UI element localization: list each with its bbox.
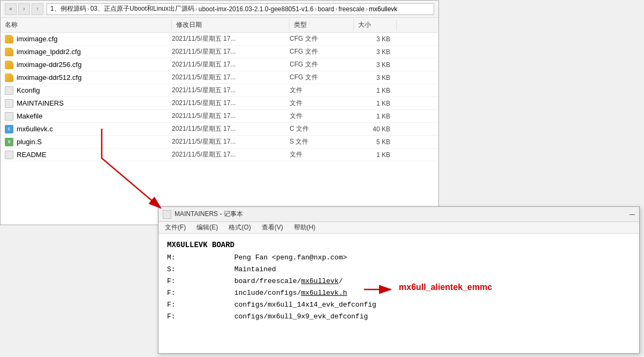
content-line-f4: F: configs/mx6ull_9x9_evk_defconfig bbox=[167, 311, 631, 323]
file-size-cell: 3 KB bbox=[354, 61, 397, 69]
content-line-s: S: Maintained bbox=[167, 264, 631, 276]
menu-item[interactable]: 格式(O) bbox=[226, 223, 253, 232]
content-line-f1: F: board/freescale/mx6ullevk/ bbox=[167, 276, 631, 287]
value-s: Maintained bbox=[234, 265, 276, 273]
file-date-cell: 2021/11/5/星期五 17... bbox=[172, 124, 290, 133]
col-header-name[interactable]: 名称 bbox=[1, 19, 172, 31]
table-row[interactable]: S plugin.S 2021/11/5/星期五 17... S 文件 5 KB bbox=[1, 136, 438, 148]
notepad-title: MAINTAINERS - 记事本 bbox=[175, 210, 243, 219]
cfg-file-icon bbox=[5, 61, 13, 69]
table-row[interactable]: MAINTAINERS 2021/11/5/星期五 17... 文件 1 KB bbox=[1, 97, 438, 110]
table-row[interactable]: imximage.cfg 2021/11/5/星期五 17... CFG 文件 … bbox=[1, 33, 438, 46]
file-name: imximage_lpddr2.cfg bbox=[17, 48, 81, 56]
breadcrumb-item-5[interactable]: freescale bbox=[338, 5, 365, 13]
file-name-cell: imximage-ddr256.cfg bbox=[1, 61, 172, 69]
label-s: S: bbox=[167, 264, 183, 276]
file-type-cell: 文件 bbox=[290, 86, 354, 95]
file-name: plugin.S bbox=[17, 138, 42, 146]
plain-file-icon bbox=[5, 112, 13, 121]
table-row[interactable]: Makefile 2021/11/5/星期五 17... 文件 1 KB bbox=[1, 110, 438, 123]
value-f3: configs/mx6ull_14x14_evk_defconfig bbox=[234, 301, 376, 309]
table-row[interactable]: imximage-ddr256.cfg 2021/11/5/星期五 17... … bbox=[1, 58, 438, 71]
file-name: imximage-ddr512.cfg bbox=[17, 73, 81, 81]
notepad-titlebar: MAINTAINERS - 记事本 ─ bbox=[158, 207, 639, 222]
breadcrumb: 1、例程源码 › 03、正点原子Uboot和Linux出厂源码 › uboot-… bbox=[47, 3, 434, 15]
value-m: Peng Fan <peng.fan@nxp.com> bbox=[234, 254, 347, 262]
nav-buttons: « › ↑ bbox=[5, 3, 43, 15]
file-list: imximage.cfg 2021/11/5/星期五 17... CFG 文件 … bbox=[1, 33, 438, 161]
file-type-cell: C 文件 bbox=[290, 124, 354, 133]
explorer-toolbar: « › ↑ 1、例程源码 › 03、正点原子Uboot和Linux出厂源码 › … bbox=[1, 1, 438, 18]
file-type-cell: CFG 文件 bbox=[290, 73, 354, 82]
menu-item[interactable]: 帮助(H) bbox=[292, 223, 318, 232]
label-m: M: bbox=[167, 252, 183, 264]
cfg-file-icon bbox=[5, 48, 13, 56]
file-name: imximage.cfg bbox=[17, 35, 58, 43]
notepad-window: MAINTAINERS - 记事本 ─ 文件(F)编辑(E)格式(O)查看(V)… bbox=[158, 206, 640, 354]
file-name: imximage-ddr256.cfg bbox=[17, 61, 81, 69]
table-row[interactable]: README 2021/11/5/星期五 17... 文件 1 KB bbox=[1, 148, 438, 161]
file-size-cell: 40 KB bbox=[354, 125, 397, 133]
file-type-cell: CFG 文件 bbox=[290, 34, 354, 43]
minimize-button[interactable]: ─ bbox=[630, 210, 635, 219]
breadcrumb-item-3[interactable]: uboot-imx-2016.03-2.1.0-gee88051-v1.6 bbox=[199, 5, 314, 13]
menu-item[interactable]: 编辑(E) bbox=[194, 223, 220, 232]
file-name-cell: C mx6ullevk.c bbox=[1, 125, 172, 133]
file-size-cell: 5 KB bbox=[354, 138, 397, 146]
col-header-type[interactable]: 类型 bbox=[290, 19, 354, 31]
table-row[interactable]: imximage-ddr512.cfg 2021/11/5/星期五 17... … bbox=[1, 71, 438, 84]
table-row[interactable]: Kconfig 2021/11/5/星期五 17... 文件 1 KB bbox=[1, 84, 438, 97]
plain-file-icon bbox=[5, 99, 13, 108]
file-name: MAINTAINERS bbox=[17, 99, 64, 107]
file-date-cell: 2021/11/5/星期五 17... bbox=[172, 34, 290, 43]
up-button[interactable]: ↑ bbox=[32, 3, 43, 15]
file-size-cell: 3 KB bbox=[354, 48, 397, 56]
breadcrumb-item-4[interactable]: board bbox=[318, 5, 335, 13]
file-date-cell: 2021/11/5/星期五 17... bbox=[172, 137, 290, 146]
file-type-cell: CFG 文件 bbox=[290, 60, 354, 69]
file-size-cell: 1 KB bbox=[354, 113, 397, 120]
explorer-window: « › ↑ 1、例程源码 › 03、正点原子Uboot和Linux出厂源码 › … bbox=[0, 0, 439, 225]
file-type-cell: S 文件 bbox=[290, 137, 354, 146]
value-f2-prefix: include/configs/ bbox=[234, 289, 301, 297]
forward-button[interactable]: › bbox=[18, 3, 30, 15]
file-type-cell: CFG 文件 bbox=[290, 47, 354, 56]
file-name-cell: Makefile bbox=[1, 112, 172, 121]
file-name: mx6ullevk.c bbox=[17, 125, 53, 133]
label-f2: F: bbox=[167, 287, 183, 299]
label-f3: F: bbox=[167, 299, 183, 311]
file-size-cell: 3 KB bbox=[354, 74, 397, 81]
label-f4: F: bbox=[167, 311, 183, 323]
menu-item[interactable]: 文件(F) bbox=[163, 223, 188, 232]
file-name-cell: imximage-ddr512.cfg bbox=[1, 73, 172, 82]
s-file-icon: S bbox=[5, 138, 13, 146]
content-line-f2: F: include/configs/mx6ullevk.h bbox=[167, 287, 631, 299]
file-date-cell: 2021/11/5/星期五 17... bbox=[172, 150, 290, 159]
back-button[interactable]: « bbox=[5, 3, 17, 15]
breadcrumb-item-6[interactable]: mx6ullevk bbox=[369, 5, 397, 13]
file-name-cell: imximage_lpddr2.cfg bbox=[1, 48, 172, 56]
file-name-cell: README bbox=[1, 151, 172, 159]
notepad-title-area: MAINTAINERS - 记事本 bbox=[163, 210, 243, 219]
breadcrumb-item-1[interactable]: 1、例程源码 bbox=[50, 4, 86, 13]
table-row[interactable]: C mx6ullevk.c 2021/11/5/星期五 17... C 文件 4… bbox=[1, 123, 438, 136]
value-f1-suffix: / bbox=[339, 277, 343, 285]
file-name-cell: S plugin.S bbox=[1, 138, 172, 146]
cfg-file-icon bbox=[5, 35, 13, 43]
file-name: Makefile bbox=[17, 112, 42, 120]
file-type-cell: 文件 bbox=[290, 111, 354, 121]
plain-file-icon bbox=[5, 151, 13, 159]
col-header-size[interactable]: 大小 bbox=[354, 19, 397, 31]
breadcrumb-item-2[interactable]: 03、正点原子Uboot和Linux出厂源码 bbox=[90, 4, 194, 13]
cfg-file-icon bbox=[5, 73, 13, 82]
file-size-cell: 1 KB bbox=[354, 100, 397, 107]
file-date-cell: 2021/11/5/星期五 17... bbox=[172, 73, 290, 82]
file-type-cell: 文件 bbox=[290, 99, 354, 108]
label-f1: F: bbox=[167, 276, 183, 287]
table-row[interactable]: imximage_lpddr2.cfg 2021/11/5/星期五 17... … bbox=[1, 46, 438, 58]
file-name: README bbox=[17, 151, 47, 159]
file-name-cell: MAINTAINERS bbox=[1, 99, 172, 108]
value-f2-underline: mx6ullevk.h bbox=[301, 289, 347, 297]
menu-item[interactable]: 查看(V) bbox=[260, 223, 285, 232]
col-header-date[interactable]: 修改日期 bbox=[172, 19, 290, 31]
